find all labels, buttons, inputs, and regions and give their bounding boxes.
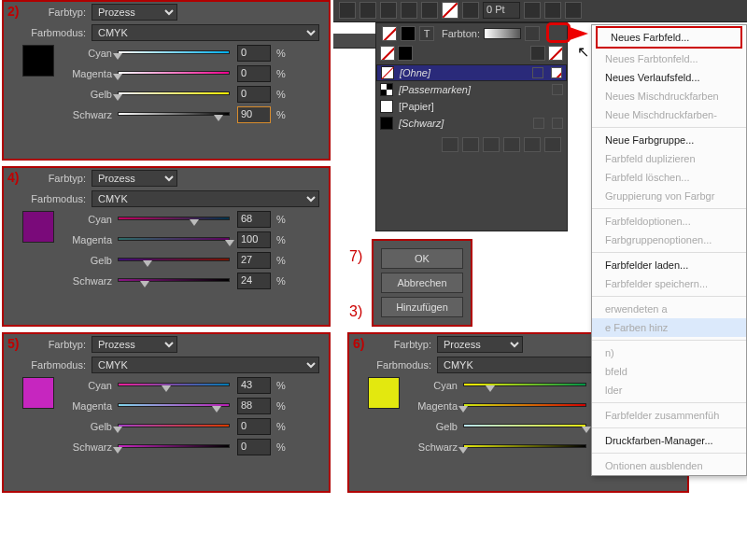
fill-none-icon[interactable] — [382, 26, 397, 41]
magenta-slider[interactable] — [118, 68, 230, 79]
mini-icon — [552, 84, 563, 95]
gelb-slider[interactable] — [118, 89, 230, 100]
add-button[interactable]: Hinzufügen — [381, 297, 463, 317]
ok-button[interactable]: OK — [381, 248, 463, 269]
x-icon — [530, 46, 545, 61]
farbmodus-select[interactable]: CMYK — [92, 190, 319, 207]
menu-item: Farbgruppenoptionen... — [592, 231, 746, 249]
swatch-options-panel-4: 4) Farbtyp:Prozess Farbmodus:CMYK Cyan68… — [2, 166, 331, 327]
schwarz-value[interactable]: 90 — [237, 106, 271, 123]
menu-item: Farbfelder zusammenfüh — [592, 406, 746, 425]
annotation-arrow — [570, 27, 588, 40]
menu-item: n) — [592, 343, 746, 362]
magenta-slider[interactable] — [118, 400, 230, 412]
magenta-slider[interactable] — [463, 400, 586, 412]
black-icon — [398, 46, 413, 61]
magenta-slider[interactable] — [118, 234, 230, 245]
schwarz-value[interactable]: 24 — [237, 273, 271, 289]
gelb-value[interactable]: 0 — [237, 418, 271, 435]
cursor-icon: ↖ — [577, 43, 589, 61]
toolbar-icon[interactable] — [421, 2, 438, 19]
farbmodus-select[interactable]: CMYK — [92, 24, 319, 41]
cancel-button[interactable]: Abbrechen — [381, 273, 463, 293]
cyan-slider[interactable] — [118, 214, 230, 225]
trash-icon[interactable] — [544, 137, 561, 152]
schwarz-slider[interactable] — [463, 441, 586, 453]
menu-item[interactable]: Druckfarben-Manager... — [592, 431, 746, 450]
farbtyp-select[interactable]: Prozess — [92, 4, 177, 21]
color-swatch — [22, 45, 54, 77]
toolbar-icon[interactable] — [339, 2, 356, 19]
toolbar-icon[interactable] — [544, 2, 561, 19]
swatch-item-none[interactable]: [Ohne] — [376, 64, 567, 81]
toolbar-icon[interactable] — [524, 2, 541, 19]
show-all-icon[interactable] — [462, 137, 479, 152]
toolbar-icon[interactable] — [462, 2, 479, 19]
tint-dropdown-icon[interactable] — [525, 26, 540, 41]
new-folder-icon[interactable] — [483, 137, 500, 152]
swatch-options-panel-2: 2) Farbtyp: Prozess Farbmodus: CMYK Cyan… — [2, 0, 331, 161]
farbton-label: Farbton: — [442, 28, 480, 39]
cyan-label: Cyan — [63, 48, 118, 59]
farbtyp-select[interactable]: Prozess — [92, 170, 177, 187]
color-swatch — [22, 211, 54, 243]
none-swatch-icon[interactable] — [442, 2, 458, 19]
gelb-value[interactable]: 27 — [237, 252, 271, 269]
stroke-weight-field[interactable]: 0 Pt — [483, 2, 520, 19]
swatch-item-black[interactable]: [Schwarz] — [376, 115, 567, 132]
tint-slider[interactable] — [484, 28, 521, 39]
cyan-slider[interactable] — [463, 380, 586, 391]
cyan-slider[interactable] — [118, 380, 230, 391]
menu-item[interactable]: Farbfelder laden... — [592, 256, 746, 274]
schwarz-slider[interactable] — [118, 109, 230, 120]
farbmodus-select[interactable]: CMYK — [92, 357, 319, 373]
gelb-label: Gelb — [63, 89, 118, 100]
farbtyp-label: Farbtyp: — [9, 7, 86, 18]
magenta-value[interactable]: 88 — [237, 398, 271, 414]
toolbar-icon[interactable] — [380, 2, 397, 19]
menu-item: e Farben hinz — [592, 318, 746, 337]
menu-item[interactable]: Neue Farbgruppe... — [592, 131, 746, 149]
schwarz-value[interactable]: 0 — [237, 439, 271, 455]
toolbar-icon[interactable] — [359, 2, 376, 19]
toolbar-icon[interactable] — [565, 2, 582, 19]
cyan-value[interactable]: 0 — [237, 45, 271, 62]
annotation-1-box — [546, 22, 571, 43]
menu-item: Neues Farbtonfeld... — [592, 49, 746, 68]
farbtyp-select[interactable]: Prozess — [437, 336, 523, 353]
menu-item: Neues Mischdruckfarben — [592, 87, 746, 105]
schwarz-label: Schwarz — [63, 109, 118, 120]
magenta-label: Magenta — [63, 68, 118, 79]
schwarz-slider[interactable] — [118, 275, 230, 287]
gelb-slider[interactable] — [118, 421, 230, 432]
menu-item[interactable]: Neues Verlaufsfeld... — [592, 68, 746, 87]
magenta-value[interactable]: 100 — [237, 231, 271, 248]
annotation-6: 6) — [353, 336, 364, 351]
swatch-box — [380, 117, 393, 130]
cyan-slider[interactable] — [118, 48, 230, 59]
new-swatch-icon[interactable] — [503, 137, 520, 152]
none-icon — [380, 46, 395, 61]
text-icon[interactable]: T — [419, 26, 434, 41]
cyan-value[interactable]: 43 — [237, 377, 271, 394]
fill-color-icon[interactable] — [401, 26, 416, 41]
gelb-value[interactable]: 0 — [237, 86, 271, 103]
swatch-item-registration[interactable]: [Passermarken] — [376, 81, 567, 98]
menu-item: Ontionen ausblenden — [592, 456, 746, 475]
new-group-icon[interactable] — [524, 137, 541, 152]
gelb-slider[interactable] — [118, 255, 230, 266]
magenta-value[interactable]: 0 — [237, 65, 271, 82]
cyan-value[interactable]: 68 — [237, 211, 271, 228]
swatch-box — [380, 100, 393, 113]
schwarz-slider[interactable] — [118, 441, 230, 453]
color-swatch — [22, 377, 54, 409]
toolbar-icon[interactable] — [401, 2, 417, 19]
gelb-slider[interactable] — [463, 421, 586, 432]
farbtyp-select[interactable]: Prozess — [92, 336, 177, 353]
swatch-item-paper[interactable]: [Papier] — [376, 98, 567, 115]
panel-menu-icon[interactable] — [442, 137, 458, 152]
menu-item[interactable]: Neues Farbfeld... — [596, 26, 742, 49]
swatch-box — [381, 66, 394, 79]
mini-icon — [551, 67, 562, 78]
swatch-options-panel-5: 5) Farbtyp:Prozess Farbmodus:CMYK Cyan43… — [2, 332, 331, 493]
